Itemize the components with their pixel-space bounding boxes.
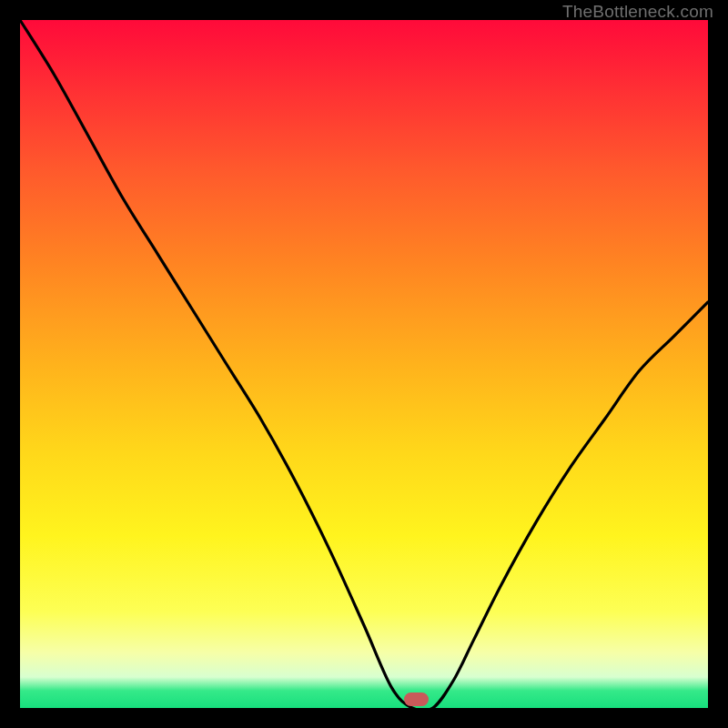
watermark-text: TheBottleneck.com: [562, 2, 713, 22]
bottleneck-curve: [20, 20, 708, 708]
chart-plot-area: [20, 20, 708, 708]
optimal-point-marker: [404, 693, 429, 706]
chart-frame: TheBottleneck.com: [0, 0, 728, 728]
